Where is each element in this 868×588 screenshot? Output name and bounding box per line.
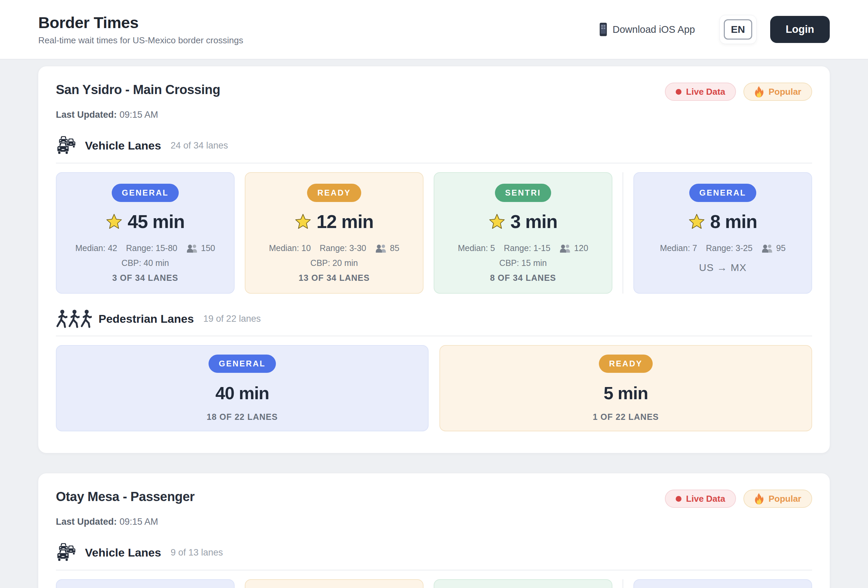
crossing-title: San Ysidro - Main Crossing xyxy=(56,83,220,97)
crossing-title: Otay Mesa - Passenger xyxy=(56,489,195,504)
cbp-wait: CBP: 20 min xyxy=(310,258,358,268)
cbp-wait: CBP: 15 min xyxy=(499,258,547,268)
people-count: 95 xyxy=(776,243,786,253)
lane-type-badge: GENERAL xyxy=(689,184,756,202)
lane-card-sentri: SENTRI 5 min Median: 7 Range: 1-15 120 C… xyxy=(434,579,613,588)
median-value: Median: 7 xyxy=(660,243,697,253)
range-value: Range: 3-25 xyxy=(706,243,753,253)
vehicle-lanes-title: Vehicle Lanes xyxy=(85,139,161,152)
divider xyxy=(56,570,812,570)
crossing-card-san-ysidro: San Ysidro - Main Crossing Live Data Pop… xyxy=(38,66,830,453)
live-dot-icon xyxy=(676,496,682,502)
language-label: EN xyxy=(724,19,752,40)
fire-icon xyxy=(754,492,764,505)
pedestrians-icon xyxy=(56,309,92,328)
crossing-card-otay-mesa: Otay Mesa - Passenger Live Data Popular … xyxy=(38,473,830,588)
people-count: 120 xyxy=(574,243,588,253)
walker-icon xyxy=(68,309,80,328)
lane-card-ready: READY 12 min Median: 10 Range: 3-30 85 C… xyxy=(245,172,424,294)
last-updated: Last Updated:09:15 AM xyxy=(56,517,812,527)
download-ios-link[interactable]: Download iOS App xyxy=(599,22,695,37)
lane-card-sentri: SENTRI 3 min Median: 5 Range: 1-15 120 C… xyxy=(434,172,613,294)
divider xyxy=(56,336,812,336)
login-button[interactable]: Login xyxy=(770,16,830,43)
lanes-open: 8 OF 34 LANES xyxy=(490,273,556,283)
lane-card-ready: READY 18 min Median: 16 Range: 3-30 85 C… xyxy=(245,579,424,588)
people-icon xyxy=(559,244,571,253)
lane-type-badge: GENERAL xyxy=(208,355,276,373)
lane-card-southbound: GENERAL 10 min Median: 9 Range: 3-25 95 … xyxy=(633,579,812,588)
lane-card-general: GENERAL 52 min Median: 49 Range: 15-80 1… xyxy=(56,579,235,588)
people-count: 85 xyxy=(390,243,400,253)
divider xyxy=(56,163,812,164)
car-traffic-icon xyxy=(56,543,78,562)
vehicle-lanes-header: Vehicle Lanes 24 of 34 lanes xyxy=(56,136,812,155)
download-ios-label: Download iOS App xyxy=(613,24,695,35)
live-data-label: Live Data xyxy=(686,87,725,97)
range-value: Range: 1-15 xyxy=(504,243,551,253)
lane-type-badge: READY xyxy=(599,355,653,373)
live-data-badge: Live Data xyxy=(665,83,736,101)
walker-icon xyxy=(56,309,67,328)
wait-time: 5 min xyxy=(604,383,648,403)
wait-time: 8 min xyxy=(710,211,757,233)
median-value: Median: 10 xyxy=(269,243,311,253)
median-value: Median: 42 xyxy=(75,243,118,253)
star-icon xyxy=(689,214,705,230)
app-subtitle: Real-time wait times for US-Mexico borde… xyxy=(38,35,243,46)
popular-label: Popular xyxy=(769,87,801,97)
vertical-divider xyxy=(623,579,623,588)
lane-card-general: GENERAL 45 min Median: 42 Range: 15-80 1… xyxy=(56,172,235,294)
people-count: 150 xyxy=(201,243,215,253)
popular-label: Popular xyxy=(769,494,801,504)
pedestrian-lanes-header: Pedestrian Lanes 19 of 22 lanes xyxy=(56,309,812,328)
language-button[interactable]: EN xyxy=(719,15,757,44)
pedestrian-card-general: GENERAL 40 min 18 OF 22 LANES xyxy=(56,345,428,431)
pedestrian-lanes-title: Pedestrian Lanes xyxy=(99,312,194,326)
median-value: Median: 5 xyxy=(458,243,495,253)
last-updated: Last Updated:09:15 AM xyxy=(56,110,812,120)
brand-block: Border Times Real-time wait times for US… xyxy=(38,13,243,46)
lanes-open: 3 OF 34 LANES xyxy=(112,273,179,283)
popular-badge: Popular xyxy=(743,489,812,508)
vertical-divider xyxy=(623,172,623,294)
lanes-open: 18 OF 22 LANES xyxy=(207,412,278,422)
wait-time: 12 min xyxy=(316,211,373,233)
pedestrian-card-ready: READY 5 min 1 OF 22 LANES xyxy=(440,345,812,431)
vehicle-lanes-header: Vehicle Lanes 9 of 13 lanes xyxy=(56,543,812,562)
lane-type-badge: SENTRI xyxy=(495,184,551,202)
phone-icon xyxy=(599,22,607,37)
popular-badge: Popular xyxy=(743,83,812,101)
cbp-wait: CBP: 40 min xyxy=(121,258,169,268)
lanes-open: 13 OF 34 LANES xyxy=(298,273,370,283)
pedestrian-lanes-count: 19 of 22 lanes xyxy=(204,314,261,324)
app-title: Border Times xyxy=(38,13,243,32)
wait-time: 3 min xyxy=(511,211,558,233)
direction-label: US → MX xyxy=(699,262,747,273)
star-icon xyxy=(295,214,311,230)
main-content: San Ysidro - Main Crossing Live Data Pop… xyxy=(38,66,830,588)
walker-icon xyxy=(80,309,92,328)
star-icon xyxy=(489,214,505,230)
app-header: Border Times Real-time wait times for US… xyxy=(0,0,868,59)
vehicle-lanes-count: 24 of 34 lanes xyxy=(171,140,228,151)
range-value: Range: 15-80 xyxy=(126,243,177,253)
lane-card-southbound: GENERAL 8 min Median: 7 Range: 3-25 95 U… xyxy=(633,172,812,294)
live-data-badge: Live Data xyxy=(665,489,736,508)
people-icon xyxy=(186,244,198,253)
people-icon xyxy=(375,244,387,253)
wait-time: 40 min xyxy=(215,383,269,403)
car-traffic-icon xyxy=(56,136,78,155)
fire-icon xyxy=(754,85,764,98)
range-value: Range: 3-30 xyxy=(320,243,366,253)
lane-type-badge: GENERAL xyxy=(112,184,179,202)
vehicle-lanes-title: Vehicle Lanes xyxy=(85,546,161,559)
star-icon xyxy=(106,214,122,230)
lane-type-badge: READY xyxy=(307,184,361,202)
lanes-open: 1 OF 22 LANES xyxy=(593,412,659,422)
wait-time: 45 min xyxy=(128,211,185,233)
people-icon xyxy=(761,244,774,253)
vehicle-lanes-count: 9 of 13 lanes xyxy=(171,547,223,558)
live-dot-icon xyxy=(676,89,682,95)
live-data-label: Live Data xyxy=(686,494,725,504)
